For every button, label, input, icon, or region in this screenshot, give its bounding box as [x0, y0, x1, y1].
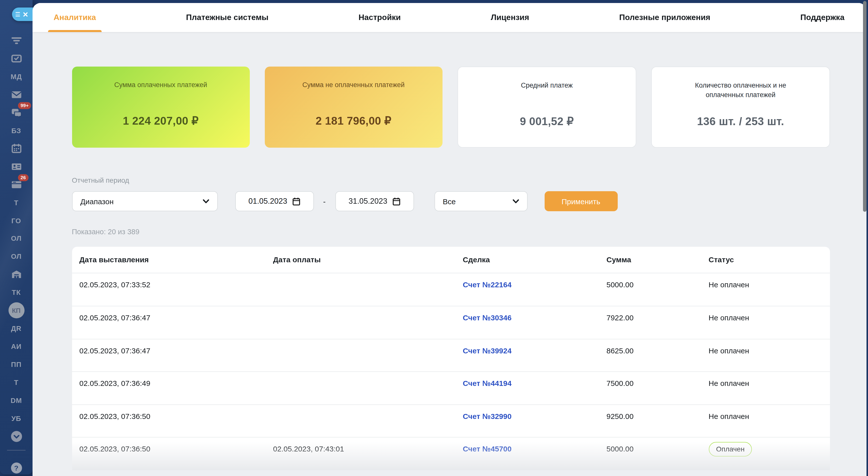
status-badge: Оплачен: [709, 442, 752, 457]
sidebar-item-avatar[interactable]: КП: [0, 303, 33, 319]
cell-amount: 5000.00: [607, 445, 709, 453]
menu-icon: [16, 11, 20, 18]
deal-link[interactable]: Счет №44194: [463, 379, 512, 388]
avatar: КП: [8, 303, 24, 319]
column-header: Статус: [709, 256, 830, 264]
card-title: Сумма оплаченных платежей: [83, 80, 238, 89]
sidebar-item-label: ОЛ: [11, 253, 22, 260]
notification-badge: 26: [18, 174, 28, 181]
sidebar-item-chevron-down-circle[interactable]: [0, 429, 33, 444]
card-title: Количество оплаченных и не оплаченных пл…: [683, 80, 798, 99]
summary-card: Сумма не оплаченных платежей2 181 796,00…: [265, 66, 442, 148]
app-window: АналитикаПлатежные системыНастройкиЛицен…: [33, 3, 867, 476]
sidebar-item-envelope[interactable]: [0, 87, 33, 103]
summary-card: Сумма оплаченных платежей1 224 207,00 ₽: [72, 66, 250, 148]
question-icon: ?: [11, 463, 22, 474]
chevron-down-circle-icon: [10, 431, 22, 442]
scope-select[interactable]: Все: [434, 191, 527, 211]
cell-deal: Счет №22164: [463, 280, 607, 289]
sidebar-item-text[interactable]: ГО: [0, 213, 33, 228]
sidebar-item-text[interactable]: DM: [0, 392, 33, 408]
summary-cards-row: Сумма оплаченных платежей1 224 207,00 ₽С…: [72, 66, 830, 148]
cell-status: Не оплачен: [709, 280, 830, 289]
sidebar: ✕ МД99+БЗ26ТГООЛОЛТККПДRАИППТDMУБ ?: [0, 0, 33, 475]
calendar-icon: [11, 143, 22, 154]
sidebar-item-id-card[interactable]: [0, 158, 33, 174]
tab-analytics[interactable]: Аналитика: [54, 3, 96, 32]
tab-useful-apps[interactable]: Полезные приложения: [619, 3, 710, 32]
sidebar-item-text[interactable]: ОЛ: [0, 249, 33, 264]
sidebar-item-label: ПП: [11, 360, 22, 369]
deal-link[interactable]: Счет №39924: [463, 346, 512, 355]
chevron-down-icon: [512, 199, 519, 203]
cell-status: Не оплачен: [709, 313, 830, 322]
sidebar-item-text[interactable]: МД: [0, 69, 33, 85]
cell-deal: Счет №45700: [463, 445, 607, 453]
apply-button[interactable]: Применить: [545, 191, 617, 211]
sidebar-item-text[interactable]: УБ: [0, 410, 33, 426]
range-type-select[interactable]: Диапазон: [72, 191, 217, 211]
summary-card: Средний платеж9 001,52 ₽: [458, 66, 636, 148]
sidebar-item-label: ОЛ: [11, 234, 22, 243]
report-period-label: Отчетный период: [72, 176, 830, 184]
sidebar-item-text[interactable]: Т: [0, 374, 33, 390]
deal-link[interactable]: Счет №22164: [463, 280, 512, 289]
sidebar-help-button[interactable]: ?: [0, 460, 33, 476]
sidebar-item-browser[interactable]: 26: [0, 177, 33, 192]
tab-support[interactable]: Поддержка: [800, 3, 844, 32]
filter-row: Диапазон 01.05.2023 - 31.05.2023 Все При…: [72, 191, 830, 211]
cell-issued-date: 02.05.2023, 07:33:52: [79, 280, 273, 289]
envelope-icon: [11, 89, 22, 100]
cell-status: Не оплачен: [709, 346, 830, 355]
cell-issued-date: 02.05.2023, 07:36:47: [79, 313, 273, 322]
app: ✕ МД99+БЗ26ТГООЛОЛТККПДRАИППТDMУБ ? Анал…: [0, 0, 868, 476]
sidebar-item-calendar[interactable]: [0, 140, 33, 156]
tab-license[interactable]: Лицензия: [491, 3, 529, 32]
tab-settings[interactable]: Настройки: [359, 3, 401, 32]
date-to-input[interactable]: 31.05.2023: [335, 191, 414, 211]
scope-value: Все: [443, 197, 456, 205]
card-value: 2 181 796,00 ₽: [265, 115, 442, 127]
summary-card: Количество оплаченных и не оплаченных пл…: [651, 66, 830, 148]
table-row: 02.05.2023, 07:36:47Счет №303467922.00Не…: [72, 306, 830, 339]
content-area: Сумма оплаченных платежей1 224 207,00 ₽С…: [33, 32, 867, 476]
sidebar-item-monitor-check[interactable]: [0, 51, 33, 67]
column-header: Дата оплаты: [273, 256, 463, 264]
date-from-input[interactable]: 01.05.2023: [235, 191, 314, 211]
sidebar-item-text[interactable]: АИ: [0, 338, 33, 354]
card-value: 1 224 207,00 ₽: [72, 115, 250, 127]
sidebar-item-text[interactable]: ПП: [0, 356, 33, 372]
calendar-icon: [393, 197, 400, 205]
sidebar-divider: [7, 450, 26, 450]
table-row: 02.05.2023, 07:36:50Счет №329909250.00Не…: [72, 405, 830, 437]
sidebar-item-text[interactable]: Т: [0, 194, 33, 211]
cell-issued-date: 02.05.2023, 07:36:50: [79, 412, 273, 420]
close-icon: ✕: [23, 11, 28, 18]
card-title: Сумма не оплаченных платежей: [276, 80, 431, 89]
vertical-scrollbar[interactable]: [863, 1, 867, 212]
sidebar-item-label: DM: [10, 396, 22, 405]
cell-deal: Счет №39924: [463, 346, 607, 355]
cell-paid-date: 02.05.2023, 07:43:01: [273, 445, 463, 453]
sidebar-item-label: МД: [11, 72, 22, 81]
sidebar-item-text[interactable]: БЗ: [0, 123, 33, 139]
deal-link[interactable]: Счет №30346: [463, 313, 512, 322]
sidebar-item-text[interactable]: ТК: [0, 285, 33, 300]
sidebar-item-warehouse[interactable]: [0, 266, 33, 283]
column-header: Дата выставления: [79, 256, 273, 264]
sidebar-item-filter[interactable]: [0, 33, 33, 49]
card-title: Средний платеж: [489, 80, 604, 90]
cell-deal: Счет №30346: [463, 313, 607, 322]
payments-table: Дата выставленияДата оплатыСделкаСуммаСт…: [72, 247, 830, 470]
deal-link[interactable]: Счет №32990: [463, 412, 512, 420]
deal-link[interactable]: Счет №45700: [463, 445, 512, 453]
sidebar-item-label: Т: [14, 378, 19, 386]
cell-status: Не оплачен: [709, 379, 830, 388]
range-type-value: Диапазон: [80, 197, 114, 205]
sidebar-item-text[interactable]: ОЛ: [0, 230, 33, 247]
tab-payment-systems[interactable]: Платежные системы: [186, 3, 269, 32]
sidebar-item-chat[interactable]: 99+: [0, 105, 33, 121]
sidebar-item-text[interactable]: ДR: [0, 320, 33, 336]
cell-amount: 5000.00: [607, 280, 709, 289]
sidebar-item-label: ТК: [12, 289, 21, 296]
